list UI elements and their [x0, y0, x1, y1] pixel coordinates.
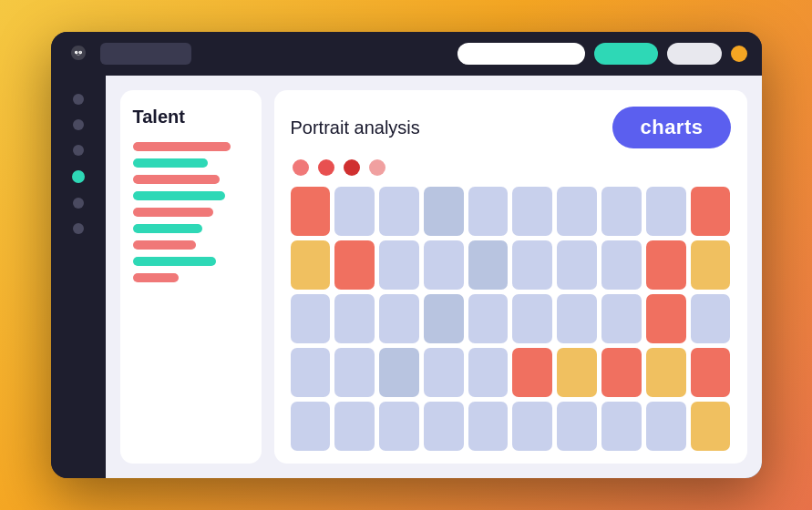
indicator-dot-3 — [344, 159, 360, 176]
grid-cell — [424, 294, 464, 343]
talent-bars — [133, 142, 249, 290]
grid-cell — [379, 402, 419, 451]
grid-cell — [557, 240, 597, 290]
grid-cell — [601, 348, 642, 397]
talent-bar — [133, 224, 202, 233]
talent-bar — [133, 208, 214, 217]
grid-cell — [468, 294, 509, 343]
grid-cell — [291, 187, 331, 236]
talent-bar — [133, 273, 180, 282]
talent-bar — [133, 257, 216, 266]
grid-cell — [691, 348, 731, 397]
grid-cell — [646, 187, 686, 236]
grid-cell — [379, 348, 419, 397]
portrait-panel: Portrait analysis charts — [274, 90, 747, 464]
talent-bar — [133, 240, 197, 250]
sidebar-dot-6[interactable] — [73, 223, 84, 234]
charts-button[interactable]: charts — [612, 107, 730, 148]
grid-cell — [334, 240, 375, 290]
grid-container — [291, 187, 731, 451]
indicator-dot-2 — [318, 159, 334, 176]
grid-cell — [424, 402, 464, 451]
talent-panel: Talent — [120, 90, 262, 464]
talent-bar — [133, 191, 226, 200]
sidebar-dot-4-active[interactable] — [72, 170, 85, 183]
grid-cell — [334, 402, 375, 451]
grid-cell — [468, 348, 509, 397]
sidebar-dot-2[interactable] — [73, 119, 84, 130]
grid-cell — [379, 240, 419, 290]
grid-cell — [512, 402, 552, 451]
grid-cell — [512, 294, 552, 343]
grid-cell — [334, 348, 375, 397]
grid-cell — [424, 348, 464, 397]
grid-cell — [557, 402, 597, 451]
grid-cell — [512, 348, 552, 397]
indicator-dot-row — [291, 159, 731, 176]
main-area: Talent Portrait analysis charts — [51, 76, 762, 478]
sidebar-dot-5[interactable] — [73, 198, 84, 209]
indicator-dot-4 — [369, 159, 385, 176]
grid-cell — [424, 240, 464, 290]
grid-cell — [291, 402, 331, 451]
grid-cell — [379, 294, 419, 343]
white-button[interactable] — [667, 43, 722, 65]
portrait-grid — [291, 187, 731, 451]
grid-cell — [646, 348, 686, 397]
grid-cell — [601, 402, 642, 451]
title-bar — [51, 32, 762, 76]
grid-cell — [291, 294, 331, 343]
grid-cell — [601, 240, 642, 290]
grid-cell — [557, 187, 597, 236]
grid-cell — [646, 402, 686, 451]
search-bar[interactable] — [457, 43, 585, 65]
portrait-header: Portrait analysis charts — [291, 107, 731, 148]
grid-cell — [601, 294, 642, 343]
talent-bar — [133, 142, 231, 151]
grid-cell — [291, 348, 331, 397]
content-area: Talent Portrait analysis charts — [106, 76, 762, 478]
talent-bar — [133, 175, 220, 184]
grid-cell — [379, 187, 419, 236]
grid-cell — [512, 240, 552, 290]
grid-cell — [512, 187, 552, 236]
grid-cell — [334, 187, 375, 236]
grid-cell — [646, 294, 686, 343]
app-window: Talent Portrait analysis charts — [51, 32, 762, 478]
grid-cell — [691, 187, 731, 236]
grid-cell — [468, 240, 509, 290]
title-tab[interactable] — [100, 43, 191, 65]
grid-cell — [334, 294, 375, 343]
grid-cell — [557, 348, 597, 397]
grid-cell — [691, 240, 731, 290]
sidebar-dot-3[interactable] — [73, 145, 84, 156]
talent-title: Talent — [133, 107, 249, 128]
talent-bar — [133, 158, 209, 168]
grid-cell — [646, 240, 686, 290]
portrait-title: Portrait analysis — [291, 117, 420, 138]
green-button[interactable] — [594, 43, 658, 65]
grid-cell — [468, 187, 509, 236]
grid-cell — [468, 402, 509, 451]
grid-cell — [291, 240, 331, 290]
sidebar — [51, 76, 106, 478]
grid-cell — [601, 187, 642, 236]
app-logo — [66, 41, 91, 66]
orange-dot — [731, 46, 747, 62]
grid-cell — [691, 294, 731, 343]
sidebar-dot-1[interactable] — [73, 94, 84, 105]
grid-cell — [557, 294, 597, 343]
grid-cell — [691, 402, 731, 451]
grid-cell — [424, 187, 464, 236]
indicator-dot-1 — [293, 159, 309, 176]
